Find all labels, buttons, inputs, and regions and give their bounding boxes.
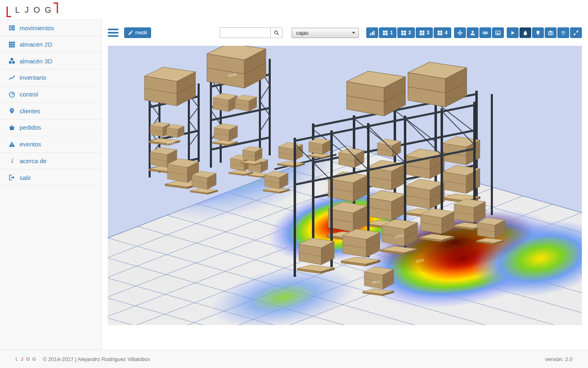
logo-letter: G [45,5,51,15]
sidebar-item-acerca-de[interactable]: i acerca de [0,153,102,170]
logo-right-bracket [53,2,58,13]
view-4-button[interactable]: 4 [434,27,451,38]
view-number: 3 [427,30,430,36]
logo-letter: L [15,5,20,15]
app-logo: L J O G [7,3,58,17]
measure-button-label: medir [135,30,147,36]
search-input[interactable] [220,27,270,38]
lighting-button[interactable] [532,27,544,38]
camera-icon [548,30,553,36]
bar-chart-icon [370,30,375,36]
logo-letter: J [24,5,29,15]
warning-icon [8,141,15,148]
display-button-group [507,27,582,38]
footer-version: versión: 2.0 [545,356,572,362]
sidebar-item-inventario[interactable]: inventario [0,70,102,86]
grid-icon [383,30,388,36]
fullscreen-button[interactable] [570,27,582,38]
pencil-icon [128,30,133,36]
menu-toggle-icon[interactable] [108,29,118,37]
sidebar-item-label: movimientos [20,25,54,31]
play-button[interactable] [507,27,519,38]
search-group [220,27,283,38]
footer-logo-letter: L [16,357,18,361]
stats-button[interactable] [366,27,378,38]
map-marker-icon [8,108,15,114]
gauge-icon [8,91,15,98]
footer-logo: L J O G [16,357,39,361]
wifi-icon [561,30,566,36]
svg-text:i: i [11,157,13,164]
main-content: medir cajas 1 [102,20,588,350]
pan-button[interactable] [454,27,466,38]
sidebar-item-label: salir [20,174,31,181]
sidebar-item-clientes[interactable]: clientes [0,103,102,119]
camera-button[interactable] [545,27,557,38]
wireless-button[interactable] [557,27,569,38]
sidebar-item-eventos[interactable]: eventos [0,136,102,153]
move-arrows-icon [457,30,463,36]
expand-icon [573,30,579,36]
snapshot-button[interactable] [492,27,504,38]
app: L J O G movimientos almacén 2D almacén 3… [0,0,588,368]
person-icon [470,30,475,36]
view-number: 2 [408,30,411,36]
object-filter: cajas [292,28,359,38]
object-filter-select[interactable]: cajas [292,28,359,38]
play-icon [510,30,515,36]
image-icon [495,30,501,36]
sidebar-item-salir[interactable]: salir [0,169,102,186]
logo-letter: O [33,5,40,15]
view-button-group: 1 2 3 4 [366,27,451,38]
view-1-button[interactable]: 1 [379,27,396,38]
link-icon [483,30,488,36]
sidebar: movimientos almacén 2D almacén 3D invent… [0,20,102,350]
sidebar-item-almacen-2d[interactable]: almacén 2D [0,36,102,53]
sidebar-item-label: eventos [20,141,41,148]
app-footer: L J O G © 2014-2017 | Alejandro Rodrígue… [0,350,588,368]
sidebar-item-movimientos[interactable]: movimientos [0,20,102,36]
link-button[interactable] [479,27,491,38]
measure-button[interactable]: medir [124,27,151,38]
lightbulb-icon [535,30,541,36]
footer-logo-letter: G [32,357,36,361]
grid-icon [401,30,406,36]
sidebar-item-label: control [20,91,38,98]
app-header: L J O G [0,0,588,20]
warehouse-3d-icon [8,58,15,65]
grid-icon [437,30,443,36]
sidebar-item-control[interactable]: control [0,86,102,103]
person-view-button[interactable] [467,27,479,38]
warehouse-3d-canvas[interactable]: U143 U141 U312 U311 U331 [108,46,582,325]
search-icon [274,30,279,36]
warehouse-2d-icon [8,41,15,48]
basket-icon [8,124,15,131]
sidebar-item-label: clientes [20,108,40,114]
footer-logo-letter: J [21,357,23,361]
view-number: 1 [390,30,393,36]
grid-icon [419,30,425,36]
sign-out-icon [8,174,15,181]
sidebar-item-pedidos[interactable]: pedidos [0,119,102,136]
info-icon: i [8,157,15,164]
view-2-button[interactable]: 2 [397,27,415,38]
movements-icon [8,25,15,31]
view-3-button[interactable]: 3 [416,27,433,38]
inventory-chart-icon [8,74,15,81]
search-button[interactable] [270,27,283,38]
sidebar-item-label: inventario [20,74,46,81]
heatmap-toggle-button[interactable] [519,27,531,38]
sidebar-item-label: acerca de [20,157,47,164]
sidebar-item-label: almacén 3D [20,58,52,65]
droplet-icon [523,30,528,36]
sidebar-item-almacen-3d[interactable]: almacén 3D [0,53,102,70]
view-number: 4 [445,30,448,36]
sidebar-item-label: almacén 2D [20,41,52,48]
logo-left-bracket [7,7,11,17]
toolbar: medir cajas 1 [102,20,588,46]
footer-copyright: © 2014-2017 | Alejandro Rodríguez Villal… [43,356,150,362]
tool-button-group [454,27,504,38]
sidebar-item-label: pedidos [20,124,41,131]
footer-logo-letter: O [26,357,30,361]
